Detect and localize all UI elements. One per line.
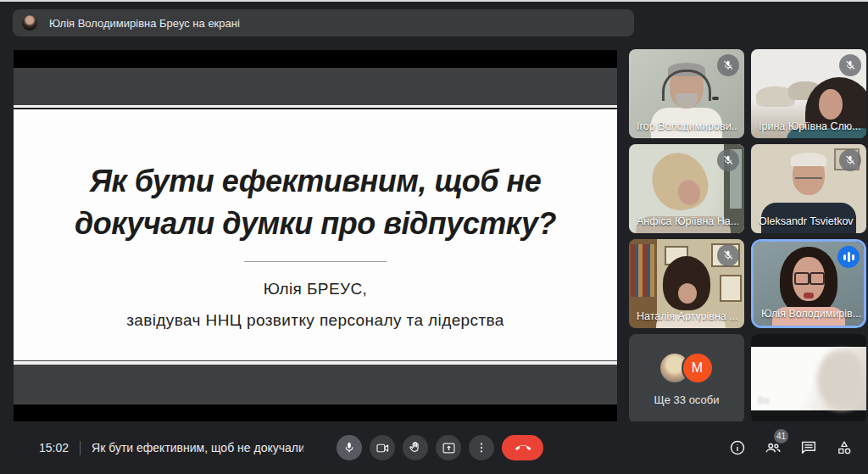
end-call-icon [515, 439, 531, 456]
chat-button[interactable] [799, 438, 818, 457]
overflow-avatars: M [660, 352, 714, 384]
slide-title-line1: Як бути ефективним, щоб не [75, 160, 556, 203]
slide-title-line2: докучали думки про відпустку? [75, 203, 556, 245]
slide-author: Юлія БРЕУС, [264, 280, 368, 298]
activities-button[interactable] [835, 438, 854, 457]
more-participants-label: Ще 33 особи [654, 393, 720, 406]
more-participants-tile[interactable]: M Ще 33 особи [629, 334, 744, 423]
presenting-banner: Юлія Володимирівна Бреус на екрані [13, 9, 634, 36]
shared-screen-stage: Як бути ефективним, щоб не докучали думк… [14, 50, 617, 421]
slide-letterbox-bottom [14, 404, 617, 421]
audio-level-icon [837, 246, 860, 268]
info-button[interactable] [728, 438, 747, 457]
end-call-button[interactable] [502, 435, 543, 460]
presenter-avatar [22, 15, 37, 31]
camera-button[interactable] [370, 435, 395, 460]
meet-window: Юлія Володимирівна Бреус на екрані Як бу… [0, 0, 868, 474]
bottom-toolbar: 15:02 Як бути ефективним, щоб не докучал… [0, 421, 868, 474]
mic-off-icon [717, 54, 739, 76]
participant-name: Юлія Володимирів... [761, 308, 861, 320]
more-options-button[interactable] [469, 435, 494, 460]
participant-tile[interactable]: Ірина Юріївна Слю... [751, 49, 866, 138]
window-top-edge [0, 0, 868, 2]
slide-gray-band-top [14, 68, 617, 105]
participant-name: Наталія Артурівна ... [637, 310, 738, 322]
present-screen-button[interactable] [436, 435, 461, 460]
slide-gray-band-bottom [14, 365, 617, 404]
participants-button[interactable]: 41 [764, 438, 782, 457]
participant-tile[interactable]: Анфіса Юріївна На... [629, 144, 744, 233]
divider [80, 441, 81, 455]
meeting-info: 15:02 Як бути ефективним, щоб не докучал… [39, 421, 303, 474]
slide-subtitle: завідувач ННЦ розвитку персоналу та ліде… [126, 311, 504, 330]
participant-name: Ігор Володимирови... [637, 120, 738, 132]
slide-title: Як бути ефективним, щоб не докучали думк… [75, 160, 556, 244]
participants-count-badge: 41 [774, 429, 788, 443]
participant-tile[interactable]: Ва [751, 334, 866, 423]
raise-hand-button[interactable] [403, 435, 428, 460]
participant-tile[interactable]: Наталія Артурівна ... [629, 239, 744, 328]
microphone-button[interactable] [337, 435, 362, 460]
slide-divider [244, 261, 387, 262]
slide: Як бути ефективним, щоб не докучали думк… [14, 109, 617, 360]
mic-off-icon [717, 244, 739, 266]
call-controls [337, 421, 543, 474]
mic-off-icon [839, 149, 861, 171]
overflow-avatar-letter: M [682, 352, 714, 384]
participant-name: Ірина Юріївна Слю... [759, 120, 860, 132]
participant-tile-active-speaker[interactable]: Юлія Володимирів... [751, 239, 866, 328]
participant-name: Oleksandr Tsvietkov [759, 215, 854, 227]
participants-grid: Ігор Володимирови... Ірина Юріївна Слю..… [629, 49, 866, 423]
slide-letterbox-top [14, 50, 617, 68]
mic-off-icon [717, 149, 739, 171]
mic-off-icon [839, 54, 861, 76]
meeting-title: Як бути ефективним, щоб не докучали думк… [92, 441, 303, 454]
participant-tile[interactable]: Ігор Володимирови... [629, 49, 744, 138]
participant-video: Ва [751, 334, 866, 423]
presenting-banner-text: Юлія Володимирівна Бреус на екрані [49, 17, 240, 30]
meeting-panels: 41 [728, 421, 854, 474]
participant-name: Анфіса Юріївна На... [637, 215, 738, 227]
participant-name: Ва [758, 395, 769, 405]
participant-tile[interactable]: Oleksandr Tsvietkov [751, 144, 866, 233]
clock-time: 15:02 [39, 441, 69, 454]
